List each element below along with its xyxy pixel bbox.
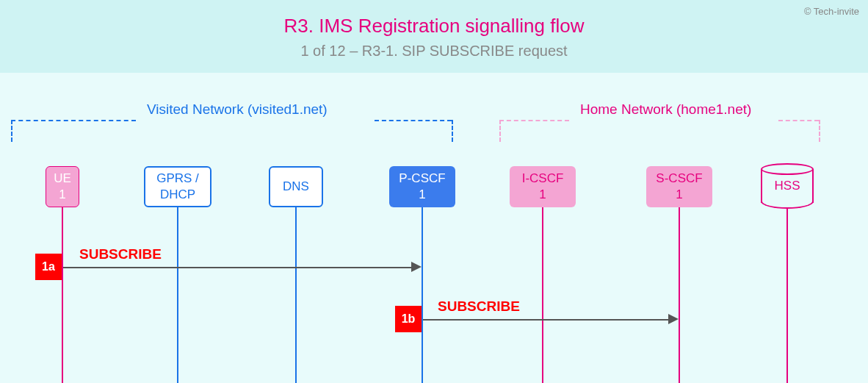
node-dns: DNS	[269, 166, 323, 207]
lifeline-gprs	[177, 207, 178, 383]
diagram-title: R3. IMS Registration signalling flow	[0, 15, 868, 37]
visited-bracket-l-end	[11, 120, 12, 142]
node-hss: HSS	[761, 163, 814, 209]
hss-label: HSS	[761, 169, 814, 203]
msg-1a-box: 1a	[35, 254, 62, 280]
visited-bracket-r-end	[452, 120, 453, 142]
lifeline-hss	[786, 207, 788, 383]
msg-1b-box: 1b	[395, 306, 422, 332]
home-bracket-l-end	[499, 120, 501, 142]
lifeline-icscf	[542, 207, 543, 383]
arrow-1b-head	[668, 314, 679, 324]
node-gprs-dhcp: GPRS / DHCP	[144, 166, 211, 207]
msg-1b-label: SUBSCRIBE	[438, 298, 520, 315]
arrow-1b	[423, 319, 670, 321]
node-i-cscf: I-CSCF 1	[510, 166, 576, 207]
lifeline-scscf	[679, 207, 680, 383]
node-s-cscf: S-CSCF 1	[646, 166, 712, 207]
lifeline-ue	[62, 207, 63, 383]
visited-network-label: Visited Network (visited1.net)	[147, 101, 328, 118]
lifeline-dns	[295, 207, 297, 383]
home-network-label: Home Network (home1.net)	[580, 101, 751, 118]
visited-bracket-right	[375, 120, 452, 135]
node-ue: UE 1	[46, 166, 79, 207]
visited-bracket-left	[11, 120, 136, 135]
home-bracket-r-end	[819, 120, 820, 142]
node-p-cscf: P-CSCF 1	[389, 166, 455, 207]
home-bracket-left	[499, 120, 569, 135]
arrow-1a-head	[411, 262, 422, 272]
home-bracket-right	[778, 120, 819, 135]
diagram-subtitle: 1 of 12 – R3-1. SIP SUBSCRIBE request	[0, 43, 868, 60]
arrow-1a	[63, 267, 413, 268]
msg-1a-label: SUBSCRIBE	[79, 246, 162, 262]
lifeline-pcscf	[422, 207, 423, 383]
